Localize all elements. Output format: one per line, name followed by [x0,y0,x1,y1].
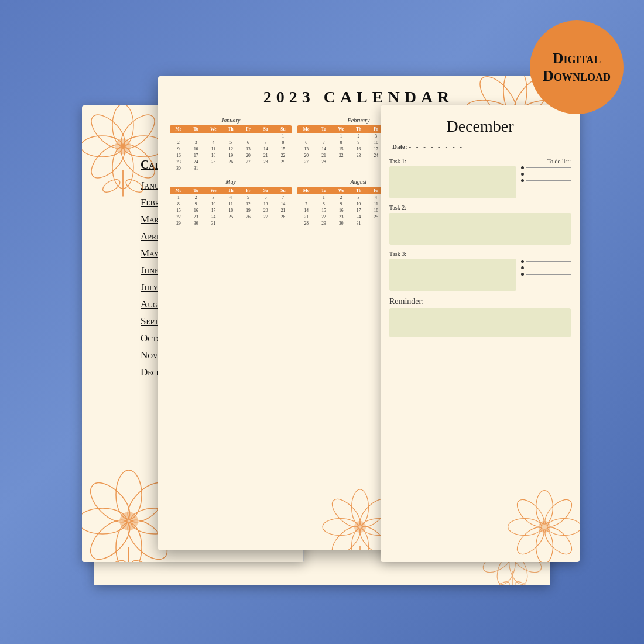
todo-bullet-4 [521,260,524,263]
planner-month-title: December [389,117,571,136]
task-row-1: Task 1: To do list: [389,158,571,198]
task-1-section: Task 1: [389,158,516,198]
reminder-box [389,308,571,337]
date-label: Date: [392,143,407,150]
task-2-box [389,213,571,245]
digital-download-badge: Digital Download [530,20,624,114]
month-header-january: MoTuWeThFrSaSu [170,125,292,133]
month-header-may: MoTuWeThFrSaSu [170,187,292,194]
task-3-label: Task 3: [389,251,516,257]
month-days-may: 1234567891011121314151617181920212223242… [170,194,292,227]
todo-item-1 [521,166,571,169]
month-block-may: MayMoTuWeThFrSaSu12345678910111213141516… [170,179,292,227]
svg-point-21 [115,139,130,153]
svg-point-55 [354,521,365,532]
month-days-january: 1234567891011121314151617181920212223242… [170,133,292,172]
todo-item-2 [521,173,571,176]
reminder-section: Reminder: [389,297,571,337]
task-3-section: Task 3: [389,251,516,291]
todo-line-4 [526,261,571,262]
svg-point-67 [539,521,550,532]
todo-bullet-6 [521,273,524,276]
task-2-label: Task 2: [389,204,571,211]
todo-line-3 [526,180,571,181]
todo-line-6 [526,274,571,275]
svg-point-59 [536,491,553,525]
todo-bullet-5 [521,266,524,269]
svg-point-24 [124,177,145,194]
todo-item-6 [521,273,571,276]
todo-label: To do list: [521,158,571,165]
month-block-january: JanuaryMoTuWeThFrSaSu1234567891011121314… [170,117,292,172]
reminder-label: Reminder: [389,297,571,306]
planner-date-line: Date: - - - - - - - - [389,143,571,150]
task-2-section: Task 2: [389,204,571,245]
task-3-box [389,259,516,291]
svg-point-33 [120,512,138,530]
todo-section-2 [521,251,571,291]
todo-bullet-3 [521,179,524,182]
svg-point-65 [508,519,542,536]
todo-line-1 [526,167,571,168]
todo-line-5 [526,268,571,268]
month-name-may: May [170,179,292,185]
svg-point-63 [536,530,553,562]
task-1-label: Task 1: [389,158,516,165]
flower-planner-bottom [498,480,580,562]
badge-line1: Digital [553,50,601,67]
month-name-january: January [170,117,292,124]
svg-point-61 [547,519,580,536]
todo-item-3 [521,179,571,182]
pages-container: 9101112131415 16171819202122 23242526272… [82,59,562,585]
todo-item-5 [521,266,571,269]
todo-bullet-2 [521,173,524,176]
task-3-row: Task 3: [389,251,571,291]
badge-line2: Download [543,67,611,85]
todo-bullet-1 [521,166,524,169]
todo-item-4 [521,260,571,263]
date-dashes: - - - - - - - - [409,143,464,150]
todo-section: To do list: [521,158,571,198]
todo-line-2 [526,174,571,174]
task-1-box [389,166,516,198]
svg-point-23 [101,177,122,194]
planner-page: December Date: - - - - - - - - Task 1: T… [381,105,580,562]
